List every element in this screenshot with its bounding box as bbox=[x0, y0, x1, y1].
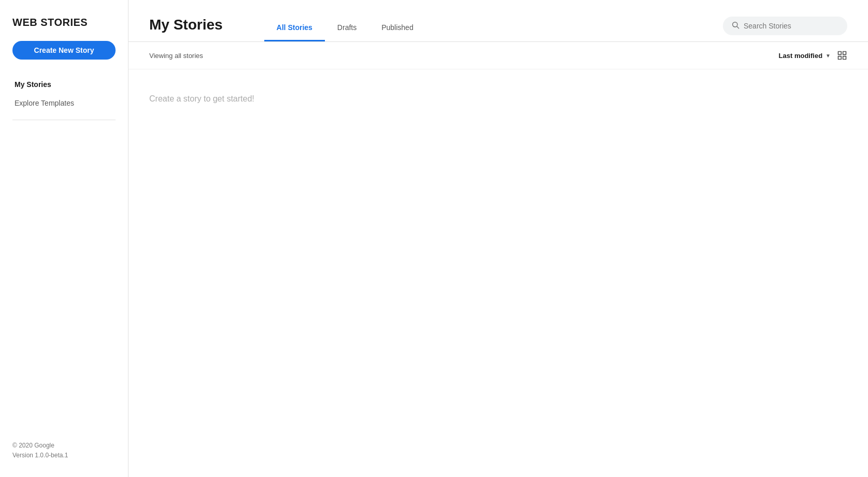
main-header: My Stories All Stories Drafts Published bbox=[129, 0, 868, 42]
main-content: My Stories All Stories Drafts Published … bbox=[129, 0, 868, 477]
empty-state: Create a story to get started! bbox=[129, 69, 868, 477]
search-wrapper bbox=[723, 17, 847, 41]
copyright-text: © 2020 Google bbox=[12, 441, 68, 451]
svg-line-1 bbox=[737, 26, 739, 28]
page-title: My Stories bbox=[149, 17, 223, 41]
viewing-label: Viewing all stories bbox=[149, 52, 203, 60]
sidebar-footer: © 2020 Google Version 1.0.0-beta.1 bbox=[12, 441, 68, 460]
sidebar-divider bbox=[12, 120, 116, 120]
toolbar-right: Last modified ▼ bbox=[779, 50, 847, 61]
version-text: Version 1.0.0-beta.1 bbox=[12, 451, 68, 460]
sidebar: WEB STORIES Create New Story My Stories … bbox=[0, 0, 129, 477]
tab-published[interactable]: Published bbox=[369, 17, 426, 41]
search-box bbox=[723, 17, 847, 35]
svg-rect-5 bbox=[843, 56, 846, 60]
sidebar-item-explore-templates[interactable]: Explore Templates bbox=[12, 95, 116, 111]
sidebar-nav: My Stories Explore Templates bbox=[12, 76, 116, 111]
svg-rect-4 bbox=[838, 56, 842, 60]
tabs-container: All Stories Drafts Published bbox=[264, 17, 698, 41]
svg-rect-3 bbox=[843, 52, 846, 55]
tab-drafts[interactable]: Drafts bbox=[325, 17, 369, 41]
sidebar-item-my-stories[interactable]: My Stories bbox=[12, 76, 116, 93]
sort-label: Last modified bbox=[779, 52, 823, 60]
sort-dropdown[interactable]: Last modified ▼ bbox=[779, 52, 831, 60]
create-new-story-button[interactable]: Create New Story bbox=[12, 41, 116, 60]
svg-rect-2 bbox=[838, 52, 842, 55]
list-view-toggle[interactable] bbox=[837, 50, 847, 61]
search-input[interactable] bbox=[744, 22, 839, 30]
app-title: WEB STORIES bbox=[12, 17, 116, 28]
empty-state-message: Create a story to get started! bbox=[149, 94, 254, 104]
chevron-down-icon: ▼ bbox=[826, 53, 831, 59]
search-icon bbox=[731, 21, 739, 31]
tab-all-stories[interactable]: All Stories bbox=[264, 17, 325, 41]
toolbar: Viewing all stories Last modified ▼ bbox=[129, 42, 868, 69]
